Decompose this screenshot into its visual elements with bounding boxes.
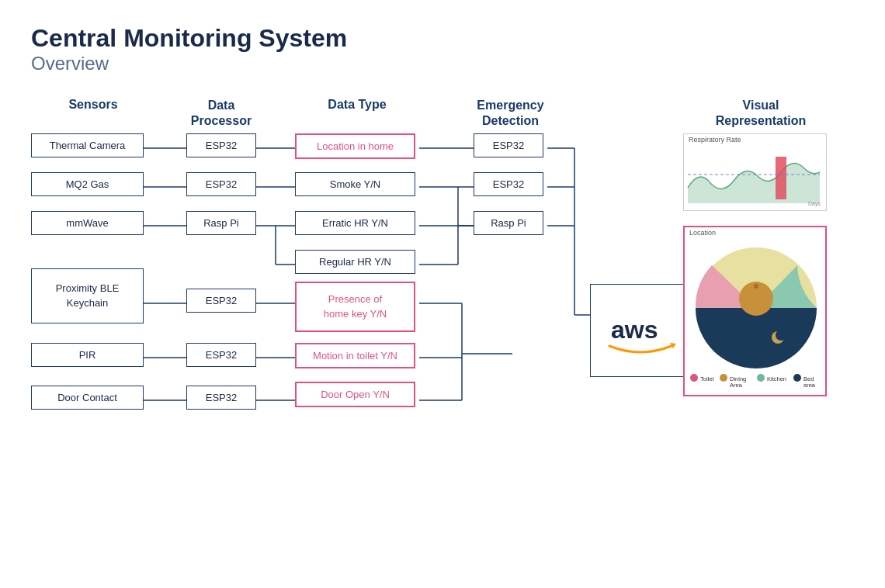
svg-point-44	[754, 284, 758, 289]
sensors-header: Sensors	[31, 98, 155, 112]
svg-text:area: area	[803, 382, 816, 389]
location-diagram: Location	[683, 226, 827, 396]
location-title: Location	[685, 227, 825, 238]
aws-logo: aws	[602, 306, 679, 356]
svg-point-50	[757, 374, 765, 382]
svg-point-47	[720, 374, 727, 382]
page: Central Monitoring System Overview	[0, 0, 885, 571]
svg-text:Kitchen: Kitchen	[767, 375, 786, 382]
respiratory-chart: Respiratory Rate Days	[683, 133, 827, 211]
svg-text:Toilet: Toilet	[700, 375, 714, 382]
proc-ble: ESP32	[186, 289, 256, 313]
em-rasppi: Rasp Pi	[474, 211, 543, 235]
sensor-mmwave: mmWave	[31, 211, 144, 235]
svg-rect-35	[776, 157, 786, 199]
page-title: Central Monitoring System	[31, 23, 854, 53]
sensor-ble: Proximity BLEKeychain	[31, 268, 144, 323]
em-esp32-2: ESP32	[474, 172, 543, 196]
sensor-mq2: MQ2 Gas	[31, 172, 144, 196]
dt-smoke: Smoke Y/N	[295, 172, 415, 196]
svg-text:Area: Area	[730, 382, 743, 389]
respiratory-svg: Days	[684, 145, 827, 207]
proc-mmwave: Rasp Pi	[186, 211, 256, 235]
sensor-door: Door Contact	[31, 386, 144, 410]
dt-motion: Motion in toilet Y/N	[295, 343, 415, 368]
proc-pir: ESP32	[186, 343, 256, 367]
dt-location: Location in home	[295, 133, 415, 159]
sensor-pir: PIR	[31, 343, 144, 367]
location-svg: Toilet Dining Area Kitchen Bed area	[685, 238, 827, 392]
proc-thermal: ESP32	[186, 133, 256, 157]
em-esp32-1: ESP32	[474, 133, 543, 157]
visual-header: VisualRepresentation	[683, 98, 838, 127]
svg-text:Days: Days	[808, 201, 821, 207]
chart-title: Respiratory Rate	[684, 134, 826, 145]
datatype-header: Data Type	[295, 98, 419, 112]
svg-point-52	[793, 374, 801, 382]
emergency-header: EmergencyDetection	[474, 98, 547, 127]
dt-erratic: Erratic HR Y/N	[295, 211, 415, 235]
diagram-area: Sensors DataProcessor Data Type Emergenc…	[31, 98, 854, 548]
processor-header: DataProcessor	[186, 98, 256, 127]
proc-mq2: ESP32	[186, 172, 256, 196]
proc-door: ESP32	[186, 386, 256, 410]
aws-box: aws	[590, 284, 691, 377]
dt-regular: Regular HR Y/N	[295, 250, 415, 274]
dt-door: Door Open Y/N	[295, 382, 415, 407]
sensor-thermal: Thermal Camera	[31, 133, 144, 157]
svg-text:aws: aws	[611, 316, 658, 344]
page-subtitle: Overview	[31, 53, 854, 74]
svg-point-45	[690, 374, 698, 382]
svg-point-42	[776, 330, 786, 341]
dt-presence: Presence ofhome key Y/N	[295, 282, 415, 331]
